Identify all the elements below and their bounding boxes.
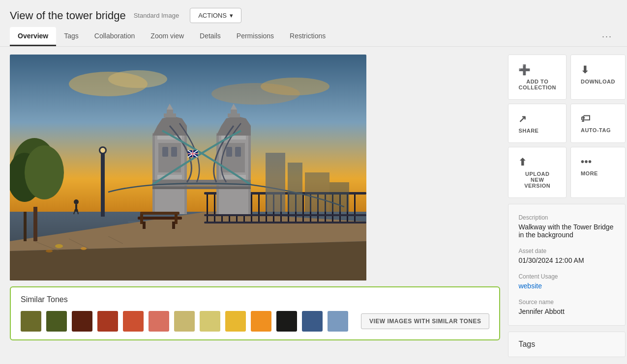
tone-swatch-7[interactable] — [174, 311, 195, 332]
svg-rect-74 — [75, 204, 77, 212]
svg-rect-86 — [305, 172, 329, 212]
add-to-collection-label: ADD TO COLLECTION — [518, 79, 556, 90]
svg-rect-24 — [258, 192, 260, 222]
upload-icon: ⬆ — [518, 156, 527, 168]
view-similar-tones-button[interactable]: VIEW IMAGES WITH SIMILAR TONES — [361, 313, 489, 329]
svg-rect-71 — [33, 207, 37, 241]
svg-rect-17 — [207, 192, 208, 222]
tone-swatch-13[interactable] — [328, 311, 348, 332]
add-to-collection-icon: ➕ — [518, 64, 531, 76]
content-usage-label: Content Usage — [518, 273, 615, 280]
auto-tag-icon: 🏷 — [581, 113, 591, 124]
svg-rect-92 — [143, 222, 146, 229]
page-title: View of the tower bridge — [10, 9, 126, 22]
svg-point-16 — [46, 250, 53, 252]
svg-rect-58 — [235, 147, 241, 157]
svg-point-4 — [261, 78, 329, 95]
auto-tag-button[interactable]: 🏷 AUTO-TAG — [570, 104, 626, 143]
tone-swatch-3[interactable] — [72, 311, 92, 332]
similar-tones-title: Similar Tones — [21, 295, 489, 304]
svg-rect-89 — [140, 212, 179, 215]
description-value: Walkway with the Tower Bridge in the bac… — [518, 223, 615, 239]
tabs-more-icon[interactable]: ··· — [597, 28, 617, 46]
svg-rect-47 — [171, 147, 177, 157]
tone-swatch-2[interactable] — [46, 311, 67, 332]
tower-bridge-image — [10, 55, 366, 280]
tones-row: VIEW IMAGES WITH SIMILAR TONES — [21, 311, 489, 332]
tab-permissions[interactable]: Permissions — [229, 27, 282, 46]
tags-section-title: Tags — [518, 340, 615, 349]
action-buttons-grid: ➕ ADD TO COLLECTION ⬇ DOWNLOAD ↗ SHARE 🏷… — [508, 55, 626, 198]
svg-rect-65 — [101, 153, 105, 217]
source-name-value: Jennifer Abbott — [518, 308, 615, 315]
tone-swatch-10[interactable] — [251, 311, 271, 332]
main-content: Similar Tones VIEW IMAGES WITH SIMILAR — [0, 47, 627, 364]
left-column: Similar Tones VIEW IMAGES WITH SIMILAR — [10, 55, 500, 357]
svg-point-70 — [25, 145, 64, 199]
svg-point-73 — [74, 199, 79, 204]
more-label: MORE — [581, 170, 598, 176]
page-header: View of the tower bridge Standard Image … — [0, 0, 627, 23]
upload-new-version-label: UPLOAD NEW VERSION — [518, 171, 556, 189]
svg-point-2 — [108, 70, 167, 88]
asset-date-value: 01/30/2024 12:00 AM — [518, 256, 615, 264]
tab-tags[interactable]: Tags — [56, 27, 87, 46]
svg-rect-39 — [204, 214, 366, 216]
svg-rect-57 — [226, 147, 232, 157]
more-icon: ••• — [581, 156, 592, 168]
tags-section: Tags — [508, 332, 626, 357]
svg-rect-64 — [152, 186, 251, 189]
svg-rect-84 — [266, 153, 285, 212]
svg-rect-87 — [329, 182, 349, 212]
add-to-collection-button[interactable]: ➕ ADD TO COLLECTION — [508, 55, 567, 100]
similar-tones-panel: Similar Tones VIEW IMAGES WITH SIMILAR — [10, 286, 500, 340]
tab-overview[interactable]: Overview — [10, 27, 56, 46]
svg-rect-85 — [288, 163, 302, 212]
tone-swatch-12[interactable] — [302, 311, 323, 332]
more-button[interactable]: ••• MORE — [570, 147, 626, 198]
tone-swatch-8[interactable] — [200, 311, 220, 332]
auto-tag-label: AUTO-TAG — [581, 127, 611, 133]
svg-rect-72 — [24, 212, 27, 241]
tone-swatch-11[interactable] — [276, 311, 297, 332]
svg-rect-50 — [167, 110, 173, 115]
svg-rect-37 — [354, 192, 356, 222]
svg-rect-18 — [214, 192, 215, 222]
download-icon: ⬇ — [581, 64, 590, 76]
svg-rect-61 — [231, 110, 237, 115]
download-label: DOWNLOAD — [581, 79, 615, 84]
tab-collaboration[interactable]: Collaboration — [87, 27, 143, 46]
description-field: Description Walkway with the Tower Bridg… — [518, 214, 615, 239]
asset-date-field: Asset date 01/30/2024 12:00 AM — [518, 248, 615, 264]
share-button[interactable]: ↗ SHARE — [508, 104, 567, 143]
source-name-field: Source name Jennifer Abbott — [518, 299, 615, 315]
tabs-bar: Overview Tags Collaboration Zoom view De… — [0, 27, 627, 47]
svg-rect-93 — [172, 222, 175, 229]
source-name-label: Source name — [518, 299, 615, 306]
info-panel: Description Walkway with the Tower Bridg… — [508, 204, 626, 326]
tone-swatch-1[interactable] — [21, 311, 41, 332]
tab-restrictions[interactable]: Restrictions — [282, 27, 333, 46]
share-label: SHARE — [518, 128, 538, 134]
svg-rect-46 — [162, 147, 168, 157]
download-button[interactable]: ⬇ DOWNLOAD — [570, 55, 626, 100]
asset-type-badge: Standard Image — [134, 12, 179, 19]
upload-new-version-button[interactable]: ⬆ UPLOAD NEW VERSION — [508, 147, 567, 198]
content-usage-value[interactable]: website — [518, 282, 615, 290]
tone-swatch-4[interactable] — [97, 311, 118, 332]
tone-swatch-9[interactable] — [225, 311, 246, 332]
svg-point-67 — [100, 148, 105, 153]
tone-swatch-5[interactable] — [123, 311, 144, 332]
share-icon: ↗ — [518, 113, 527, 125]
tab-details[interactable]: Details — [192, 27, 229, 46]
tab-zoom-view[interactable]: Zoom view — [143, 27, 192, 46]
tone-swatch-6[interactable] — [149, 311, 169, 332]
svg-rect-30 — [302, 192, 304, 222]
asset-image-container — [10, 55, 366, 280]
chevron-down-icon: ▾ — [230, 12, 233, 19]
svg-point-15 — [81, 247, 87, 250]
actions-button[interactable]: ACTIONS ▾ — [190, 8, 241, 23]
svg-rect-40 — [204, 222, 366, 224]
description-label: Description — [518, 214, 615, 221]
content-usage-field: Content Usage website — [518, 273, 615, 290]
